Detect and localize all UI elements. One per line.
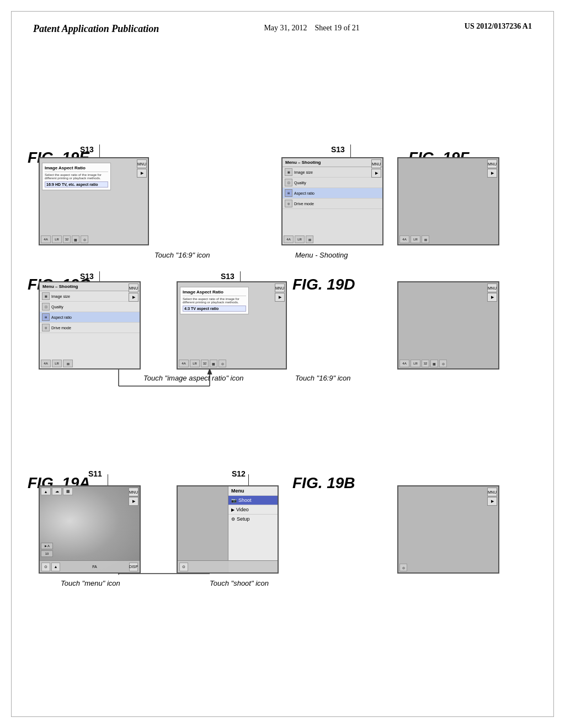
fig19e-bottom-icons: 4A LR 32 ▦ ⊙ <box>41 235 88 243</box>
video-icon: ▶ <box>231 507 234 512</box>
fig19d-screen2: MNU ▶ 4A LR 32 ▦ ⊙ <box>397 281 499 370</box>
fig19d-bicon3: 32 <box>201 360 209 367</box>
fig19a-step: S11 <box>88 469 102 479</box>
fig19d2-rtool2: ▶ <box>487 293 497 302</box>
fig19c-icon1: ▦ <box>42 292 50 300</box>
fig19f-menu-bg: Menu – Shooting ▦ Image size ◫ Quality ⊞… <box>282 158 382 244</box>
fig19c-screen: Menu – Shooting ▦ Image size ◫ Quality ⊞… <box>39 281 141 370</box>
fig19d-bg2 <box>398 282 498 368</box>
fig19c-item2: ◫ Quality <box>40 302 140 312</box>
cam19a-licon2: 10 <box>41 550 53 557</box>
menu-shoot-label: Shoot <box>238 497 252 503</box>
fig19f-right-toolbar: MNU ▶ <box>370 158 382 179</box>
fig19d-rtool2: ▶ <box>275 293 285 302</box>
fig19c-rtool2: ▶ <box>129 293 138 302</box>
fig19f-rtool1: MNU <box>371 159 381 168</box>
fig19c-bottom-icons: 4A LR ⊠ <box>41 360 73 367</box>
fig19f-item1-label: Image size <box>294 170 313 174</box>
fig19f-item1: ▦ Image size <box>282 167 382 178</box>
fig19c-right-toolbar: MNU ▶ <box>127 282 140 303</box>
fig19e-action: Touch "16:9" icon <box>154 251 210 259</box>
fig19f-item2-label: Quality <box>294 181 306 185</box>
fig19e2-rtool1: MNU <box>487 159 497 168</box>
fig19e-screen2: MNU ▶ 4A LR ⊠ <box>397 157 499 245</box>
fig19b-menu-video[interactable]: ▶ Video <box>228 505 278 515</box>
fig19b2-bicon1: ⊙ <box>399 564 407 571</box>
fig19f-item4-label: Drive mode <box>294 202 314 206</box>
fig19d-bicon2: LR <box>190 360 200 367</box>
cam19a-bot2: ▲ <box>51 563 60 571</box>
fig19f-step: S13 <box>331 144 345 154</box>
fig19b-screen: Menu 📷 Shoot ▶ Video ⚙ Setup ⊙ <box>177 485 279 574</box>
fig19e-bg2 <box>398 158 498 244</box>
fig19d2-bottom-icons: 4A LR 32 ▦ ⊙ <box>399 360 447 367</box>
fig19f-item4: ◎ Drive mode <box>282 199 382 209</box>
fig19e-bicon3: 32 <box>63 235 71 243</box>
fig19d-screen: Image Aspect Ratio Select the aspect rat… <box>177 281 287 370</box>
fig19c-menu-bg: Menu – Shooting ▦ Image size ◫ Quality ⊞… <box>40 282 140 368</box>
fig19d-bottom-icons: 4A LR 32 ▦ ⊙ <box>179 360 226 367</box>
fig19c-item1-label: Image size <box>51 295 70 298</box>
fig19b-menu-shoot[interactable]: 📷 Shoot <box>228 496 278 505</box>
fig19d2-bicon3: 32 <box>422 360 429 367</box>
fig19e-overlay-panel: Image Aspect Ratio Select the aspect rat… <box>42 163 111 190</box>
fig19e-bicon4: ▦ <box>72 235 79 243</box>
fig19d-bicon4: ▦ <box>210 360 217 367</box>
fig19f-menu-header: Menu – Shooting <box>282 158 382 167</box>
fig19e2-bicon1: 4A <box>399 235 409 243</box>
cam19b-bot1: ⊙ <box>179 563 188 571</box>
fig19c-item4: ◎ Drive mode <box>40 323 140 333</box>
fig19d-step: S13 <box>221 271 234 281</box>
cam19a-bottom-bar: ⊙ ▲ FA DISP <box>40 560 140 572</box>
fig19c-item2-label: Quality <box>51 305 63 309</box>
fig19d-panel-option: 4:3 TV aspect ratio <box>183 306 246 312</box>
fig19e-right-toolbar: MNU ▶ <box>136 158 148 179</box>
fig19c-item3-label: Aspect ratio <box>51 315 72 319</box>
fig19f-bicon2: LR <box>295 235 305 243</box>
sheet-info: Sheet 19 of 21 <box>315 24 360 32</box>
fig19b-bg2 <box>398 486 498 572</box>
cam19a-bot1: ⊙ <box>41 563 50 571</box>
cam19a-licon1: ►A <box>41 543 53 549</box>
fig19e-step: S13 <box>80 144 94 154</box>
fig19f-bicon3: ⊠ <box>306 235 313 243</box>
fig19c-bicon2: LR <box>52 360 62 367</box>
fig19f-item2: ◫ Quality <box>282 178 382 188</box>
fig19e-panel-option: 16:9 HD TV, etc. aspect ratio <box>45 181 108 188</box>
fig19d-panel-title: Image Aspect Ratio <box>183 290 246 296</box>
fig19c-item3: ⊞ Aspect ratio <box>40 312 140 323</box>
fig19f-icon4: ◎ <box>285 200 292 207</box>
cam19a-icon1: ▲ <box>41 488 51 495</box>
main-content: FIG. 19A S11 ▲ ☁ ▦ MNU ▶ ⊙ ▲ FA DISP ►A … <box>22 72 543 706</box>
fig19d-overlay-panel: Image Aspect Ratio Select the aspect rat… <box>180 287 249 314</box>
fig19b-menu-panel: Menu 📷 Shoot ▶ Video ⚙ Setup <box>228 486 278 572</box>
shoot-icon: 📷 <box>231 498 237 503</box>
fig19c-step: S13 <box>80 271 94 281</box>
fig19c-icon4: ◎ <box>42 324 50 331</box>
cam19a-rtool2: ▶ <box>129 497 138 506</box>
fig19d-label: FIG. 19D <box>292 276 355 293</box>
fig19b-menu-setup[interactable]: ⚙ Setup <box>228 515 278 523</box>
fig19b2-right-toolbar: MNU ▶ <box>486 486 498 507</box>
fig19c-icon2: ◫ <box>42 303 50 311</box>
fig19d-action: Touch "16:9" icon <box>295 374 351 382</box>
fig19b-label: FIG. 19B <box>292 474 355 492</box>
fig19f-bottom-icons: 4A LR ⊠ <box>284 235 313 243</box>
fig19d2-bicon5: ⊙ <box>439 360 447 367</box>
fig19c-bicon1: 4A <box>41 360 51 367</box>
fig19d2-rtool1: MNU <box>487 283 497 292</box>
fig19b-step: S12 <box>232 469 246 479</box>
cam19a-icon3: ▦ <box>63 488 73 495</box>
fig19e-rtool2: ▶ <box>137 169 147 178</box>
page-header: Patent Application Publication May 31, 2… <box>0 22 565 36</box>
fig19e-bicon5: ⊙ <box>81 235 88 243</box>
arrow-19e <box>99 144 100 158</box>
fig19c-menu-items: ▦ Image size ◫ Quality ⊞ Aspect ratio ◎ … <box>40 291 140 333</box>
fig19b-menu-title: Menu <box>228 486 278 496</box>
menu-video-label: Video <box>236 507 249 512</box>
fig19e-bicon2: LR <box>52 235 62 243</box>
fig19c-bicon3: ⊠ <box>63 360 73 367</box>
cam19a-bot3: DISP <box>129 563 138 571</box>
cam19a-left-icons: ►A 10 <box>41 543 53 557</box>
fig19b-bottom-bar: ⊙ <box>178 560 278 572</box>
